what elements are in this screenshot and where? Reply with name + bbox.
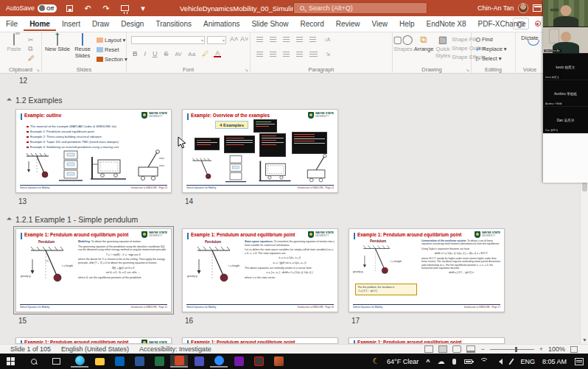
slide-number-13[interactable]: 13	[18, 197, 27, 205]
section-header-examples[interactable]: 1.2 Examples	[7, 96, 63, 105]
select-button[interactable]: ▷Select▾	[476, 55, 507, 62]
slide-thumbnail-18-partial[interactable]: Example 1: Pendulum around equilibrium p…	[15, 337, 172, 344]
taskbar-excel[interactable]	[150, 355, 168, 368]
numbering-button[interactable]	[270, 37, 276, 42]
video-tile-2[interactable]: Tan, Chin-An	[543, 27, 588, 54]
font-name-select[interactable]: ▾	[131, 36, 205, 44]
line-spacing-button[interactable]	[309, 37, 316, 42]
align-right-button[interactable]	[283, 52, 290, 57]
taskbar-meeting-app[interactable]	[210, 355, 228, 368]
align-center-button[interactable]	[270, 52, 276, 57]
save-button[interactable]	[63, 3, 75, 13]
language-indicator[interactable]: English (United States)	[61, 345, 129, 353]
columns-button[interactable]	[309, 52, 318, 57]
onedrive-icon[interactable]: ☁	[433, 357, 448, 365]
taskbar-onenote[interactable]	[230, 355, 248, 368]
video-tile-5[interactable]: Dan 吴丹洋 Dan 吴丹洋	[543, 107, 588, 133]
tab-draw[interactable]: Draw	[86, 17, 115, 31]
taskbar-outlook[interactable]	[111, 355, 128, 368]
reuse-slides-button[interactable]: Reuse Slides	[70, 35, 95, 59]
replace-button[interactable]: ⇄Replace▾	[476, 46, 507, 52]
input-language[interactable]: ENG	[517, 358, 539, 365]
bold-button[interactable]: B	[131, 50, 139, 57]
zoom-out-button[interactable]: −	[480, 345, 484, 353]
tab-review[interactable]: Review	[330, 17, 366, 31]
tab-help[interactable]: Help	[393, 17, 421, 31]
slide-number-14[interactable]: 14	[185, 197, 193, 205]
section-header-example1[interactable]: 1.2.1 Example 1 - Simple pendulum	[7, 215, 138, 224]
increase-font-button[interactable]: A˄	[228, 35, 239, 43]
taskbar-powerpoint-active[interactable]	[170, 355, 188, 368]
justify-button[interactable]	[296, 52, 303, 57]
zoom-in-button[interactable]: +	[539, 345, 543, 353]
slide-sorter-view-button[interactable]	[438, 345, 447, 353]
wifi-icon[interactable]	[480, 358, 489, 365]
slide-number-15[interactable]: 15	[18, 317, 27, 325]
taskbar-matlab[interactable]	[270, 355, 287, 368]
arrange-button[interactable]: ⧉ Arrange	[413, 35, 435, 53]
video-call-panel[interactable]: Tan, Chin-An kevin 柏延文 kevin 柏延文 Aunbnu …	[543, 0, 588, 183]
cut-button[interactable]: ✂	[27, 36, 36, 43]
taskbar-file-explorer[interactable]	[91, 355, 108, 368]
taskbar-word[interactable]	[130, 355, 148, 368]
tab-home[interactable]: Home	[24, 17, 56, 31]
task-view-button[interactable]	[47, 355, 65, 368]
zoom-slider[interactable]	[490, 349, 534, 350]
tab-file[interactable]: File	[0, 17, 24, 31]
slide-thumbnail-19-partial[interactable]: Example 1: Pendulum around equilibrium p…	[182, 337, 338, 344]
underline-button[interactable]: U	[151, 50, 159, 57]
slide-thumbnail-15[interactable]: Example 1: Pendulum around equilibrium p…	[15, 228, 172, 312]
avatar[interactable]	[518, 3, 528, 13]
ink-workspace-icon[interactable]	[509, 358, 514, 365]
paste-button[interactable]: Paste	[1, 35, 27, 53]
shapes-button[interactable]: ▢◯ Shapes	[393, 35, 413, 53]
format-painter-button[interactable]: 🖉	[27, 55, 36, 62]
text-direction-button[interactable]: ↕A	[323, 37, 332, 42]
change-case-button[interactable]: Aa	[186, 51, 197, 57]
bullets-button[interactable]	[256, 37, 263, 42]
character-spacing-button[interactable]: AV	[174, 52, 183, 57]
layout-button[interactable]: Layout▾	[97, 37, 127, 43]
convert-smartart-button[interactable]: ⇲	[324, 52, 332, 57]
new-slide-button[interactable]: + New Slide	[45, 35, 70, 53]
collapse-triangle-icon[interactable]	[7, 97, 12, 102]
weather-status[interactable]: 64°F Clear	[383, 358, 422, 365]
font-dialog-launcher-icon[interactable]: ↘	[245, 67, 248, 72]
decrease-font-button[interactable]: A˅	[239, 35, 250, 43]
battery-icon[interactable]	[464, 359, 472, 364]
zoom-slider-thumb[interactable]	[515, 347, 517, 352]
drawing-dialog-launcher-icon[interactable]: ↘	[466, 67, 469, 72]
undo-button[interactable]: ↶	[82, 3, 94, 13]
taskbar-search-button[interactable]	[25, 355, 43, 368]
find-button[interactable]: Find	[476, 36, 507, 43]
ribbon-display-options-icon[interactable]	[533, 4, 542, 12]
normal-view-button[interactable]	[424, 345, 433, 353]
highlight-color-button[interactable]: 🖊	[200, 50, 210, 57]
start-presentation-button[interactable]	[119, 3, 130, 13]
accessibility-status[interactable]: Accessibility: Investigate	[139, 345, 211, 353]
tab-record[interactable]: Record	[294, 17, 329, 31]
autosave-pill[interactable]: Off	[38, 4, 57, 13]
slide-number-16[interactable]: 16	[185, 317, 193, 325]
dictate-button[interactable]: Dictate	[517, 35, 542, 42]
tab-animations[interactable]: Animations	[197, 17, 245, 31]
slide-thumbnail-20-partial[interactable]: Example 1: Pendulum around equilibrium p…	[349, 337, 505, 344]
clipboard-dialog-launcher-icon[interactable]: ↘	[36, 67, 40, 72]
microphone-icon[interactable]	[452, 359, 456, 365]
zoom-level[interactable]: 100%	[548, 345, 565, 353]
account-area[interactable]: Chin-An Tan	[477, 0, 542, 16]
notification-center-icon[interactable]	[575, 358, 584, 365]
comments-button[interactable]	[513, 18, 529, 29]
taskbar-edge[interactable]	[71, 355, 88, 368]
tab-design[interactable]: Design	[115, 17, 150, 31]
increase-indent-button[interactable]	[296, 37, 303, 42]
reset-button[interactable]: Reset	[97, 46, 127, 53]
reading-view-button[interactable]	[452, 345, 461, 353]
font-size-select[interactable]: ▾	[207, 36, 226, 44]
quick-access-dropdown[interactable]: ▾	[137, 3, 149, 13]
start-button[interactable]	[1, 355, 19, 368]
document-title[interactable]: VehicleDynamicsMobility_00_Simulink...▾	[180, 4, 311, 13]
tab-slide-show[interactable]: Slide Show	[245, 17, 294, 31]
taskbar-teams[interactable]	[190, 355, 208, 368]
slide-thumbnail-13[interactable]: Example: outline WAYNE STATEUNIVERSITY T…	[15, 109, 172, 193]
